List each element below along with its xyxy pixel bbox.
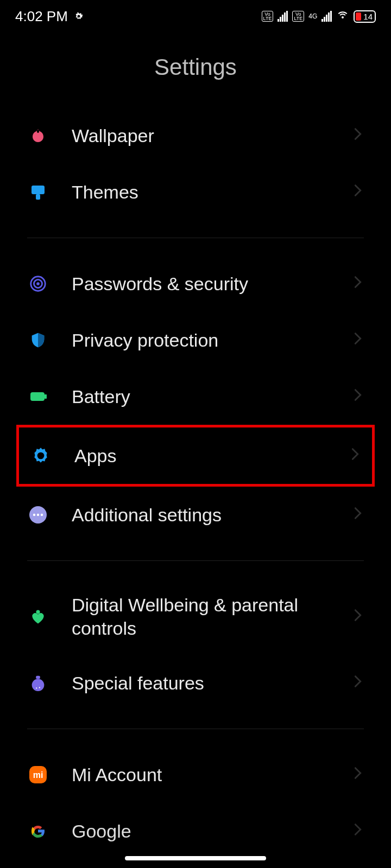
row-special-features[interactable]: Special features [0, 655, 391, 711]
row-label: Special features [72, 672, 354, 695]
svg-point-5 [36, 282, 40, 285]
row-label: Google [72, 820, 354, 843]
status-time: 4:02 PM [15, 8, 68, 25]
highlight-apps: Apps [16, 425, 375, 487]
divider [27, 238, 364, 238]
battery-icon [27, 386, 49, 407]
chevron-right-icon [354, 332, 364, 348]
row-label: Passwords & security [72, 272, 354, 296]
themes-icon [27, 181, 49, 203]
svg-point-11 [37, 514, 39, 516]
row-label: Apps [74, 444, 351, 468]
chevron-right-icon [354, 388, 364, 405]
status-bar: 4:02 PM VoLTE VoLTE 4G 14 [0, 0, 391, 33]
chevron-right-icon [354, 184, 364, 200]
wellbeing-icon [27, 606, 49, 628]
row-additional-settings[interactable]: Additional settings [0, 487, 391, 543]
svg-rect-14 [36, 676, 40, 679]
apps-gear-icon [30, 445, 52, 467]
page-title: Settings [0, 54, 391, 80]
network-type-label: 4G [308, 14, 317, 19]
row-passwords-security[interactable]: Passwords & security [0, 256, 391, 312]
svg-point-12 [41, 514, 43, 516]
row-wallpaper[interactable]: Wallpaper [0, 107, 391, 164]
settings-list: Wallpaper Themes Passwords & security Pr… [0, 107, 391, 859]
volte-icon-1: VoLTE [262, 11, 274, 22]
wifi-icon [336, 8, 349, 25]
status-left: 4:02 PM [15, 8, 84, 25]
divider [27, 560, 364, 561]
wallpaper-icon [27, 125, 49, 146]
row-apps[interactable]: Apps [19, 427, 372, 484]
google-icon [27, 820, 49, 842]
svg-rect-6 [30, 392, 45, 401]
svg-point-0 [37, 130, 39, 133]
chevron-right-icon [354, 127, 364, 144]
home-indicator[interactable] [125, 856, 266, 860]
more-icon [27, 504, 49, 526]
status-right: VoLTE VoLTE 4G 14 [262, 8, 376, 25]
chevron-right-icon [354, 767, 364, 783]
row-battery[interactable]: Battery [0, 368, 391, 425]
signal-bars-icon-2 [321, 11, 332, 22]
row-privacy-protection[interactable]: Privacy protection [0, 312, 391, 368]
chevron-right-icon [351, 448, 361, 464]
row-label: Privacy protection [72, 329, 354, 352]
chevron-right-icon [354, 609, 364, 625]
row-themes[interactable]: Themes [0, 164, 391, 220]
row-google[interactable]: Google [0, 803, 391, 859]
signal-bars-icon-1 [278, 11, 288, 22]
battery-icon: 14 [354, 10, 376, 23]
svg-rect-2 [36, 194, 40, 200]
settings-indicator-icon [73, 11, 84, 22]
fingerprint-icon [27, 273, 49, 295]
svg-point-13 [36, 610, 40, 614]
chevron-right-icon [354, 823, 364, 839]
mi-icon: mi [27, 764, 49, 786]
row-label: Mi Account [72, 763, 354, 787]
row-mi-account[interactable]: mi Mi Account [0, 746, 391, 803]
chevron-right-icon [354, 276, 364, 292]
row-label: Digital Wellbeing & parental controls [72, 593, 354, 640]
shield-icon [27, 329, 49, 351]
row-label: Wallpaper [72, 124, 354, 148]
divider [27, 729, 364, 729]
svg-point-17 [39, 687, 40, 688]
svg-rect-7 [45, 394, 47, 399]
svg-point-10 [33, 514, 35, 516]
potion-icon [27, 672, 49, 694]
row-label: Additional settings [72, 503, 354, 527]
row-label: Themes [72, 181, 354, 204]
volte-icon-2: VoLTE [292, 11, 304, 22]
battery-level: 14 [363, 12, 373, 21]
svg-text:mi: mi [33, 770, 43, 780]
svg-point-15 [32, 679, 45, 691]
svg-point-16 [36, 687, 37, 688]
row-label: Battery [72, 385, 354, 409]
svg-rect-1 [31, 186, 45, 194]
chevron-right-icon [354, 675, 364, 691]
chevron-right-icon [354, 507, 364, 523]
row-digital-wellbeing[interactable]: Digital Wellbeing & parental controls [0, 578, 391, 655]
svg-point-8 [37, 452, 45, 459]
